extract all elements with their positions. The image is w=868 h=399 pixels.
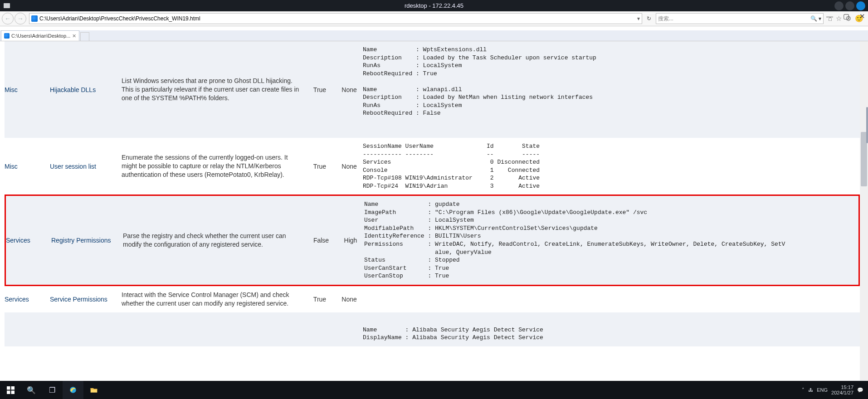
folder-icon	[90, 386, 98, 394]
row-category: Services	[6, 237, 51, 244]
ie-minimize-button[interactable]: —	[826, 12, 833, 20]
report-row: Misc Hijackable DLLs List Windows servic…	[5, 41, 860, 138]
browser-tab[interactable]: C:\Users\Adrian\Desktop... ✕	[1, 30, 79, 41]
page-viewport: Misc Hijackable DLLs List Windows servic…	[0, 41, 868, 388]
report-row: Misc User session list Enumerate the ses…	[5, 138, 860, 195]
report-row: Services Service Permissions Interact wi…	[5, 286, 860, 312]
svg-rect-3	[11, 390, 14, 394]
row-output: Name : WptsExtensions.dll Description : …	[363, 46, 860, 133]
row-name: Hijackable DLLs	[50, 86, 118, 93]
row-severity: None	[336, 86, 363, 93]
row-category: Misc	[5, 163, 50, 170]
row-name: User session list	[50, 163, 118, 170]
row-description: Interact with the Service Control Manage…	[118, 291, 304, 308]
ie-toolbar: C:\Users\Adrian\Desktop\PrivescCheck\Pri…	[0, 11, 868, 26]
window-icon	[4, 3, 10, 8]
row-description: Parse the registry and check whether the…	[119, 232, 305, 249]
tray-chevron-icon[interactable]: ˄	[802, 387, 805, 393]
ie-tabstrip: C:\Users\Adrian\Desktop... ✕	[0, 30, 868, 41]
row-name: Service Permissions	[50, 296, 118, 303]
row-category: Services	[5, 296, 50, 303]
row-compliant: True	[304, 163, 336, 170]
system-tray: ˄ 🖧 ENG 15:17 2024/1/27 💬	[802, 384, 868, 395]
rd-minimize-button[interactable]	[834, 1, 844, 10]
search-placeholder: 搜索...	[658, 15, 673, 23]
taskbar-ie-button[interactable]	[63, 381, 83, 399]
clock-date: 2024/1/27	[831, 390, 853, 395]
page-scrollbar[interactable]	[860, 41, 868, 388]
forward-button[interactable]	[15, 13, 26, 24]
taskbar-clock[interactable]: 15:17 2024/1/27	[831, 384, 853, 395]
taskbar-explorer-button[interactable]	[83, 381, 104, 399]
privesc-report: Misc Hijackable DLLs List Windows servic…	[5, 41, 860, 346]
row-severity: High	[337, 237, 364, 244]
row-description: List Windows services that are prone to …	[118, 77, 304, 102]
row-compliant: True	[304, 296, 336, 303]
windows-logo-icon	[7, 386, 15, 394]
row-compliant: True	[304, 86, 336, 93]
tab-favicon-icon	[4, 33, 10, 39]
ime-indicator[interactable]: ENG	[817, 387, 828, 393]
search-icon[interactable]: 🔍 ▾	[810, 15, 821, 22]
rdesktop-titlebar: rdesktop - 172.22.4.45	[0, 0, 868, 11]
svg-rect-2	[7, 390, 10, 394]
address-text: C:\Users\Adrian\Desktop\PrivescCheck\Pri…	[39, 15, 200, 22]
ie-close-button[interactable]: ✕	[859, 12, 865, 20]
address-dropdown-icon[interactable]: ▾	[637, 15, 640, 22]
ie-icon	[69, 386, 77, 394]
row-severity: None	[336, 163, 363, 170]
new-tab-button[interactable]	[80, 32, 89, 41]
row-output: SessionName UserName Id State ----------…	[363, 142, 860, 190]
task-view-button[interactable]: ❐	[42, 381, 63, 399]
clock-time: 15:17	[841, 384, 853, 390]
address-bar[interactable]: C:\Users\Adrian\Desktop\PrivescCheck\Pri…	[29, 13, 642, 24]
row-severity: None	[336, 296, 363, 303]
svg-rect-0	[7, 386, 10, 389]
tab-close-icon[interactable]: ✕	[72, 33, 76, 39]
refresh-button[interactable]: ↻	[644, 14, 654, 24]
tray-network-icon[interactable]: 🖧	[808, 387, 813, 393]
row-name: Registry Permissions	[51, 237, 119, 244]
tab-label: C:\Users\Adrian\Desktop...	[11, 33, 70, 39]
row-description: Enumerate the sessions of the currently …	[118, 153, 304, 179]
taskbar-search-button[interactable]: 🔍	[21, 381, 42, 399]
report-row: Name : Alibaba Security Aegis Detect Ser…	[5, 312, 860, 346]
row-output: Name : Alibaba Security Aegis Detect Ser…	[363, 312, 860, 342]
row-compliant: False	[305, 237, 337, 244]
search-box[interactable]: 搜索... 🔍 ▾	[656, 13, 824, 24]
start-button[interactable]	[0, 381, 21, 399]
ie-favicon-icon	[31, 15, 38, 22]
row-output: Name : gupdate ImagePath : "C:\Program F…	[364, 200, 858, 280]
windows-taskbar: 🔍 ❐ ˄ 🖧 ENG 15:17 2024/1/27 💬	[0, 381, 868, 399]
rdesktop-title: rdesktop - 172.22.4.45	[405, 2, 463, 9]
back-button[interactable]	[2, 13, 14, 24]
report-row-highlighted: Services Registry Permissions Parse the …	[5, 195, 860, 286]
svg-rect-1	[11, 386, 14, 389]
rd-close-button[interactable]	[856, 1, 865, 10]
outer-scrollbar-thumb[interactable]	[866, 107, 868, 143]
notifications-icon[interactable]: 💬	[857, 387, 863, 393]
rd-maximize-button[interactable]	[845, 1, 854, 10]
row-category: Misc	[5, 86, 50, 93]
ie-maximize-button[interactable]: ▢	[843, 12, 849, 20]
ie-window-controls: — ▢ ✕	[826, 12, 865, 20]
